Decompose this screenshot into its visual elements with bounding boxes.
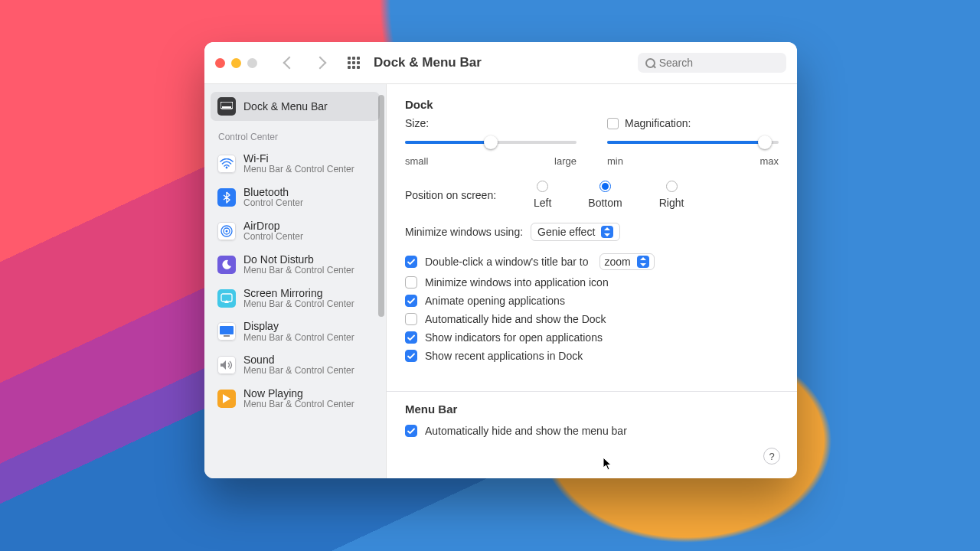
sidebar-item-sublabel: Menu Bar & Control Center <box>243 333 354 344</box>
play-icon <box>217 390 236 408</box>
titlebar: Dock & Menu Bar <box>204 42 797 84</box>
sidebar-item-label: Sound <box>243 354 354 366</box>
animate-label: Animate opening applications <box>425 295 565 307</box>
sidebar-item-label: AirDrop <box>243 220 303 232</box>
dock-icon <box>217 97 236 116</box>
magnification-label: Magnification: <box>625 117 691 129</box>
size-max-label: large <box>554 155 577 167</box>
dblclick-checkbox[interactable] <box>405 256 417 268</box>
sidebar-item-label: Screen Mirroring <box>243 287 354 299</box>
airdrop-icon <box>217 222 236 240</box>
svg-rect-7 <box>220 326 234 334</box>
section-divider <box>387 391 797 392</box>
position-right-label: Right <box>659 197 684 209</box>
back-button[interactable] <box>283 57 296 70</box>
sidebar-item-sublabel: Menu Bar & Control Center <box>243 266 354 276</box>
search-field[interactable] <box>638 53 786 73</box>
cursor-icon <box>603 457 613 471</box>
doubleclick-action-select[interactable]: zoom <box>599 253 655 270</box>
menubar-autohide-checkbox[interactable] <box>405 425 417 437</box>
select-arrow-icon <box>601 226 613 238</box>
dblclick-label: Double-click a window's title bar to <box>425 256 589 268</box>
moon-icon <box>217 256 236 274</box>
sidebar-scrollbar[interactable] <box>377 84 386 478</box>
autohide-checkbox[interactable] <box>405 313 417 325</box>
sidebar-item-label: Dock & Menu Bar <box>243 100 328 112</box>
sidebar-item-now-playing[interactable]: Now Playing Menu Bar & Control Center <box>211 382 380 416</box>
minimize-effect-value: Genie effect <box>537 226 595 238</box>
position-left-radio[interactable] <box>537 181 548 192</box>
recent-checkbox[interactable] <box>405 350 417 362</box>
window-title: Dock & Menu Bar <box>374 55 482 70</box>
position-bottom-radio[interactable] <box>599 181 611 192</box>
select-arrow-icon <box>637 256 649 268</box>
sidebar-item-sublabel: Menu Bar & Control Center <box>243 366 354 377</box>
mag-max-label: max <box>760 155 779 167</box>
recent-label: Show recent applications in Dock <box>425 350 583 362</box>
min_into_icon-checkbox[interactable] <box>405 276 417 289</box>
sidebar-item-sublabel: Menu Bar & Control Center <box>243 165 354 175</box>
show-all-button[interactable] <box>348 57 360 69</box>
help-button[interactable]: ? <box>763 448 780 465</box>
min_into_icon-label: Minimize windows into application icon <box>425 276 609 289</box>
preferences-window: Dock & Menu Bar Dock & Menu Bar Control … <box>204 42 797 478</box>
menubar-heading: Menu Bar <box>405 403 779 416</box>
forward-button[interactable] <box>314 57 327 70</box>
display-icon <box>217 322 236 341</box>
sidebar-item-wi-fi[interactable]: Wi-Fi Menu Bar & Control Center <box>211 147 380 181</box>
dock-heading: Dock <box>405 98 779 111</box>
sidebar-item-airdrop[interactable]: AirDrop Control Center <box>211 214 380 248</box>
maximize-button[interactable] <box>247 58 257 68</box>
autohide-label: Automatically hide and show the Dock <box>425 313 606 325</box>
minimize-using-label: Minimize windows using: <box>405 226 523 238</box>
magnification-checkbox[interactable] <box>607 118 619 129</box>
traffic-lights <box>215 58 257 68</box>
minimize-button[interactable] <box>231 58 241 68</box>
position-bottom-label: Bottom <box>588 197 622 209</box>
sidebar[interactable]: Dock & Menu Bar Control Center Wi-Fi Men… <box>204 84 387 478</box>
minimize-effect-select[interactable]: Genie effect <box>531 223 620 241</box>
size-min-label: small <box>405 155 428 167</box>
magnification-slider[interactable] <box>607 134 779 151</box>
search-input[interactable] <box>659 57 779 69</box>
sound-icon <box>217 356 236 374</box>
doubleclick-action-value: zoom <box>605 256 631 268</box>
sidebar-item-label: Do Not Disturb <box>243 253 354 266</box>
close-button[interactable] <box>215 58 225 68</box>
search-icon <box>645 58 655 68</box>
sidebar-item-label: Wi-Fi <box>243 152 354 165</box>
animate-checkbox[interactable] <box>405 295 417 307</box>
position-right-radio[interactable] <box>666 181 678 192</box>
main-pane: Dock Size: small large Magnification: <box>387 84 797 478</box>
scroll-thumb[interactable] <box>378 95 384 317</box>
sidebar-item-screen-mirroring[interactable]: Screen Mirroring Menu Bar & Control Cent… <box>211 282 380 315</box>
sidebar-item-label: Bluetooth <box>243 186 303 198</box>
sidebar-item-display[interactable]: Display Menu Bar & Control Center <box>211 315 380 348</box>
sidebar-item-sublabel: Menu Bar & Control Center <box>243 399 354 410</box>
sidebar-item-dock-menu-bar[interactable]: Dock & Menu Bar <box>211 92 380 121</box>
svg-point-2 <box>226 167 228 169</box>
sidebar-section-header: Control Center <box>211 121 380 147</box>
sidebar-item-sublabel: Control Center <box>243 232 303 243</box>
sidebar-item-label: Now Playing <box>243 387 354 399</box>
position-radio-group: Left Bottom Right <box>534 181 684 209</box>
bluetooth-icon <box>217 188 236 207</box>
indicators-checkbox[interactable] <box>405 331 417 344</box>
sidebar-item-bluetooth[interactable]: Bluetooth Control Center <box>211 181 380 214</box>
mag-min-label: min <box>607 155 623 167</box>
size-slider[interactable] <box>405 134 577 151</box>
indicators-label: Show indicators for open applications <box>425 331 603 344</box>
sidebar-item-sublabel: Control Center <box>243 198 303 209</box>
svg-rect-8 <box>224 335 230 337</box>
content-area: Dock & Menu Bar Control Center Wi-Fi Men… <box>204 84 797 478</box>
sidebar-item-do-not-disturb[interactable]: Do Not Disturb Menu Bar & Control Center <box>211 248 380 282</box>
sidebar-item-sublabel: Menu Bar & Control Center <box>243 299 354 310</box>
svg-point-5 <box>226 230 228 232</box>
sidebar-item-sound[interactable]: Sound Menu Bar & Control Center <box>211 348 380 382</box>
position-label: Position on screen: <box>405 189 518 201</box>
size-label: Size: <box>405 117 577 129</box>
svg-rect-1 <box>222 106 231 108</box>
nav-buttons <box>285 58 325 67</box>
sidebar-item-label: Display <box>243 320 354 332</box>
position-left-label: Left <box>534 197 551 209</box>
